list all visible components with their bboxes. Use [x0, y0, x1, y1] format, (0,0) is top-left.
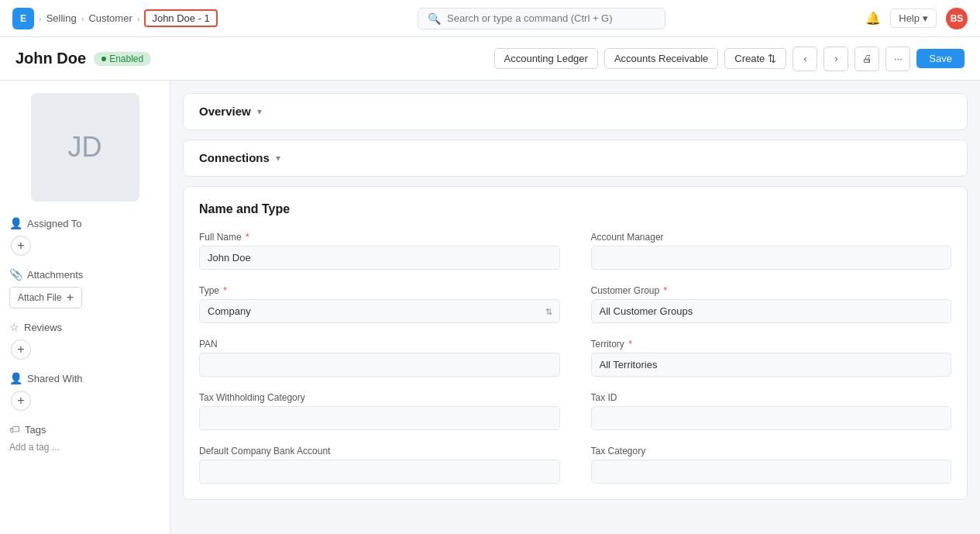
tags-label: Tags — [25, 424, 46, 436]
save-button[interactable]: Save — [916, 49, 965, 68]
avatar[interactable]: BS — [946, 8, 968, 29]
create-button[interactable]: Create ⇅ — [724, 48, 786, 69]
pan-label: PAN — [199, 339, 560, 350]
sidebar: JD 👤 Assigned To + 📎 Attachments Attach … — [0, 81, 170, 534]
chevron-down-icon: ▾ — [923, 12, 928, 24]
attachments-header: 📎 Attachments — [9, 268, 160, 281]
reviews-label: Reviews — [24, 322, 62, 333]
next-button[interactable]: › — [824, 47, 848, 71]
territory-field: Territory * — [591, 339, 952, 377]
form-grid: Full Name * Account Manager Type — [199, 232, 951, 484]
type-select[interactable]: Company Individual — [199, 299, 560, 323]
search-input[interactable] — [447, 12, 655, 24]
type-required: * — [223, 285, 227, 296]
accounts-receivable-button[interactable]: Accounts Receivable — [604, 48, 718, 69]
shared-with-header: 👤 Shared With — [9, 372, 160, 384]
more-options-button[interactable]: ··· — [885, 47, 910, 71]
help-button[interactable]: Help ▾ — [890, 9, 937, 28]
overview-chevron-icon: ▾ — [257, 106, 262, 117]
add-review-button[interactable]: + — [11, 339, 31, 360]
pan-input[interactable] — [199, 353, 560, 377]
tax-id-label: Tax ID — [591, 392, 952, 403]
breadcrumb-current: John Doe - 1 — [144, 9, 217, 27]
assigned-to-label: Assigned To — [27, 218, 82, 229]
connections-card-header[interactable]: Connections ▾ — [184, 140, 967, 176]
territory-label: Territory * — [591, 339, 952, 350]
add-tag-text[interactable]: Add a tag ... — [9, 442, 160, 453]
full-name-field: Full Name * — [199, 232, 560, 270]
attachments-label: Attachments — [27, 269, 83, 281]
type-label: Type * — [199, 285, 560, 296]
breadcrumb-customer[interactable]: Customer — [88, 12, 132, 24]
accounting-ledger-button[interactable]: Accounting Ledger — [494, 48, 598, 69]
shared-icon: 👤 — [9, 372, 22, 384]
customer-avatar: JD — [31, 93, 139, 202]
search-icon: 🔍 — [428, 12, 441, 25]
breadcrumb-sep-3: › — [137, 14, 140, 23]
add-shared-with-button[interactable]: + — [11, 391, 31, 411]
overview-card-header[interactable]: Overview ▾ — [184, 94, 967, 129]
tax-id-input[interactable] — [591, 406, 952, 430]
attach-file-button[interactable]: Attach File + — [9, 287, 82, 308]
name-and-type-form: Name and Type Full Name * Account Manage… — [184, 187, 967, 499]
attachment-icon: 📎 — [9, 268, 22, 281]
account-manager-input[interactable] — [591, 246, 952, 270]
full-name-required: * — [246, 232, 249, 243]
tags-header: 🏷 Tags — [9, 423, 160, 436]
customer-group-required: * — [664, 285, 668, 296]
customer-group-label: Customer Group * — [591, 285, 952, 296]
status-badge: Enabled — [94, 52, 151, 66]
tax-withholding-label: Tax Withholding Category — [199, 392, 560, 403]
tax-category-field: Tax Category — [591, 446, 952, 484]
assigned-to-section: 👤 Assigned To + — [9, 217, 160, 256]
navbar-right: 🔔 Help ▾ BS — [865, 8, 968, 29]
default-bank-input[interactable] — [199, 460, 560, 484]
tax-category-input[interactable] — [591, 460, 952, 484]
search-bar[interactable]: 🔍 — [418, 8, 665, 29]
default-bank-label: Default Company Bank Account — [199, 446, 560, 456]
tag-icon: 🏷 — [9, 423, 20, 436]
reviews-header: ☆ Reviews — [9, 321, 160, 333]
plus-icon: + — [67, 291, 74, 305]
page-actions: Accounting Ledger Accounts Receivable Cr… — [494, 47, 965, 71]
tax-id-field: Tax ID — [591, 392, 952, 430]
attachments-section: 📎 Attachments Attach File + — [9, 268, 160, 308]
page-header: John Doe Enabled Accounting Ledger Accou… — [0, 37, 980, 81]
tax-withholding-input[interactable] — [199, 406, 560, 430]
connections-card: Connections ▾ — [183, 140, 968, 177]
assigned-to-header: 👤 Assigned To — [9, 217, 160, 229]
page-title: John Doe — [15, 50, 86, 67]
page-title-area: John Doe Enabled — [15, 50, 151, 67]
name-and-type-title: Name and Type — [199, 202, 951, 216]
account-manager-label: Account Manager — [591, 232, 952, 243]
full-name-label: Full Name * — [199, 232, 560, 243]
attach-file-label: Attach File — [18, 292, 62, 303]
customer-group-input[interactable] — [591, 299, 952, 323]
tax-category-label: Tax Category — [591, 446, 952, 456]
user-icon: 👤 — [9, 217, 22, 229]
shared-with-section: 👤 Shared With + — [9, 372, 160, 411]
tags-section: 🏷 Tags Add a tag ... — [9, 423, 160, 453]
content-area: Overview ▾ Connections ▾ Name and Type F… — [170, 81, 980, 534]
overview-card: Overview ▾ — [183, 93, 968, 130]
search-area: 🔍 — [218, 8, 865, 29]
connections-chevron-icon: ▾ — [276, 153, 280, 164]
pan-field: PAN — [199, 339, 560, 377]
add-assigned-to-button[interactable]: + — [11, 236, 31, 256]
territory-required: * — [628, 339, 632, 350]
shared-with-label: Shared With — [27, 373, 83, 384]
breadcrumb-sep-1: › — [39, 14, 42, 23]
notification-button[interactable]: 🔔 — [865, 11, 881, 26]
name-and-type-card: Name and Type Full Name * Account Manage… — [183, 186, 968, 500]
full-name-input[interactable] — [199, 246, 560, 270]
star-icon: ☆ — [9, 321, 19, 333]
chevron-up-down-icon: ⇅ — [768, 53, 776, 64]
breadcrumb-selling[interactable]: Selling — [46, 12, 77, 24]
previous-button[interactable]: ‹ — [793, 47, 817, 71]
main-layout: JD 👤 Assigned To + 📎 Attachments Attach … — [0, 81, 980, 534]
app-icon[interactable]: E — [12, 8, 34, 29]
territory-input[interactable] — [591, 353, 952, 377]
customer-group-field: Customer Group * — [591, 285, 952, 323]
default-bank-field: Default Company Bank Account — [199, 446, 560, 484]
print-button[interactable]: 🖨 — [854, 47, 879, 71]
